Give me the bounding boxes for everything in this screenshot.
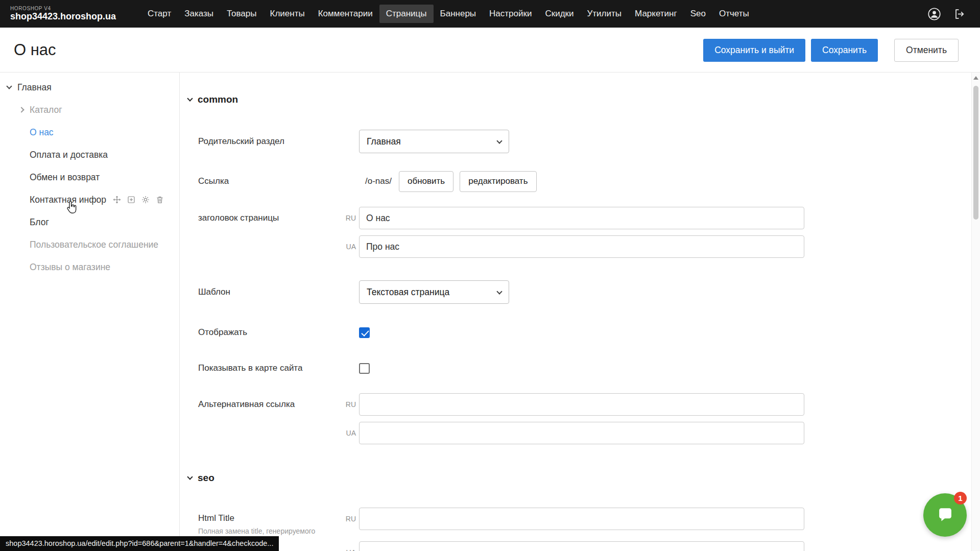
main-menu: Старт Заказы Товары Клиенты Комментарии … (141, 5, 756, 23)
sitemap-checkbox[interactable] (359, 363, 370, 374)
tree-item-actions (112, 195, 164, 204)
save-and-exit-button[interactable]: Сохранить и выйти (703, 39, 805, 62)
chat-bubble-icon (935, 505, 955, 525)
alt-link-ru-input[interactable] (359, 393, 804, 416)
move-icon[interactable] (112, 195, 122, 204)
nav-item-utilities[interactable]: Утилиты (581, 5, 629, 23)
link-refresh-button[interactable]: обновить (399, 171, 453, 192)
tree-item-user-agreement[interactable]: Пользовательское соглашение (0, 233, 179, 256)
tree-item-about[interactable]: О нас (0, 121, 179, 143)
tree-item-label: Оплата и доставка (30, 150, 108, 160)
page-title-ru-input[interactable] (359, 207, 804, 229)
html-title-label-block: Html Title Полная замена title, генериру… (198, 508, 341, 535)
nav-item-start[interactable]: Старт (141, 5, 178, 23)
header-actions: Сохранить и выйти Сохранить Отменить (703, 39, 959, 62)
lang-tag-ua: UA (343, 541, 356, 551)
html-title-ru-input[interactable] (359, 508, 804, 530)
parent-section-select[interactable]: Главная (359, 130, 509, 153)
alt-link-ua-row: UA (198, 421, 951, 445)
status-url-tooltip: shop34423.horoshop.ua/edit/edit.php?id=6… (0, 536, 279, 551)
brand-block: HOROSHOP V4 shop34423.horoshop.ua (0, 6, 133, 21)
lang-tag-ru: RU (343, 508, 356, 523)
chat-unread-badge: 1 (954, 492, 967, 505)
display-label: Отображать (198, 327, 341, 338)
chevron-down-icon[interactable] (7, 86, 17, 88)
tree-item-home[interactable]: Главная (0, 76, 179, 99)
chevron-down-icon (496, 138, 502, 143)
tree-item-label: Блог (30, 217, 49, 228)
alt-link-ua-input[interactable] (359, 422, 804, 444)
chat-launcher-button[interactable]: 1 (923, 493, 967, 537)
page-title-ru-row: заголовок страницы RU (198, 206, 951, 230)
display-row: Отображать (198, 321, 951, 344)
lang-tag-ru: RU (343, 400, 356, 409)
nav-item-pages[interactable]: Страницы (379, 5, 434, 23)
chevron-right-icon[interactable] (19, 108, 30, 112)
alt-link-ru-row: Альтернативная ссылка RU (198, 393, 951, 416)
chevron-down-icon (187, 474, 193, 480)
page-title-ua-input[interactable] (359, 235, 804, 258)
tree-item-label: Отзывы о магазине (30, 262, 110, 273)
add-page-icon[interactable] (127, 195, 136, 204)
html-title-hint: Полная замена title, генерируемого (198, 527, 341, 535)
parent-section-row: Родительский раздел Главная (198, 130, 951, 153)
parent-section-value: Главная (367, 136, 401, 147)
tree-item-blog[interactable]: Блог (0, 211, 179, 233)
nav-item-products[interactable]: Товары (220, 5, 263, 23)
tree-item-exchange-return[interactable]: Обмен и возврат (0, 166, 179, 188)
nav-item-reports[interactable]: Отчеты (712, 5, 756, 23)
chevron-down-icon (496, 289, 502, 294)
lang-tag-ru: RU (343, 214, 356, 222)
tree-item-label: Обмен и возврат (30, 172, 100, 183)
sitemap-label: Показывать в карте сайта (198, 363, 341, 373)
tree-item-label: Контактная инфор (30, 195, 106, 205)
lang-tag-ua: UA (343, 429, 356, 437)
tree-item-contact-info[interactable]: Контактная инфор (0, 188, 179, 211)
display-checkbox[interactable] (359, 327, 370, 338)
page-title-label: заголовок страницы (198, 213, 341, 223)
nav-item-clients[interactable]: Клиенты (264, 5, 312, 23)
cancel-button[interactable]: Отменить (894, 39, 959, 62)
html-title-label: Html Title (198, 513, 341, 523)
tree-item-catalog[interactable]: Каталог (0, 99, 179, 121)
html-title-ua-input[interactable] (359, 541, 804, 551)
nav-item-settings[interactable]: Настройки (483, 5, 538, 23)
template-select[interactable]: Текстовая страница (359, 280, 509, 304)
parent-section-label: Родительский раздел (198, 136, 341, 147)
brand-domain: shop34423.horoshop.ua (10, 12, 133, 21)
scrollbar-up-arrow[interactable] (973, 76, 978, 80)
logout-icon[interactable] (952, 7, 967, 21)
settings-gear-icon[interactable] (141, 195, 150, 204)
scrollbar-thumb[interactable] (973, 86, 978, 220)
pages-tree-sidebar: Главная Каталог О нас Оплата и доставка … (0, 73, 180, 551)
section-common-header[interactable]: common (188, 94, 238, 105)
section-seo-header[interactable]: seo (188, 472, 214, 484)
chevron-down-icon (187, 95, 193, 101)
nav-item-seo[interactable]: Seo (684, 5, 712, 23)
nav-item-comments[interactable]: Комментарии (312, 5, 379, 23)
nav-item-orders[interactable]: Заказы (178, 5, 220, 23)
page-header: О нас Сохранить и выйти Сохранить Отмени… (0, 28, 980, 73)
nav-item-banners[interactable]: Баннеры (434, 5, 483, 23)
lang-tag-ua: UA (343, 243, 356, 251)
tree-item-store-reviews[interactable]: Отзывы о магазине (0, 256, 179, 278)
page-title: О нас (14, 41, 56, 59)
nav-item-discounts[interactable]: Скидки (538, 5, 580, 23)
section-common-label: common (198, 94, 238, 105)
alt-link-label: Альтернативная ссылка (198, 399, 341, 410)
user-account-icon[interactable] (927, 7, 941, 21)
link-row: Ссылка /o-nas/ обновить редактировать (198, 170, 951, 193)
template-row: Шаблон Текстовая страница (198, 280, 951, 304)
save-button[interactable]: Сохранить (811, 39, 878, 62)
nav-item-marketing[interactable]: Маркетинг (628, 5, 684, 23)
tree-item-payment-delivery[interactable]: Оплата и доставка (0, 143, 179, 166)
link-label: Ссылка (198, 176, 341, 186)
delete-trash-icon[interactable] (155, 195, 164, 204)
sitemap-row: Показывать в карте сайта (198, 357, 951, 379)
vertical-scrollbar (971, 73, 980, 551)
nav-icons (927, 7, 980, 21)
page-title-ua-row: UA (198, 235, 951, 258)
html-title-ua-row: UA (198, 541, 951, 551)
link-edit-button[interactable]: редактировать (460, 171, 536, 192)
link-path-value: /o-nas/ (365, 176, 392, 186)
